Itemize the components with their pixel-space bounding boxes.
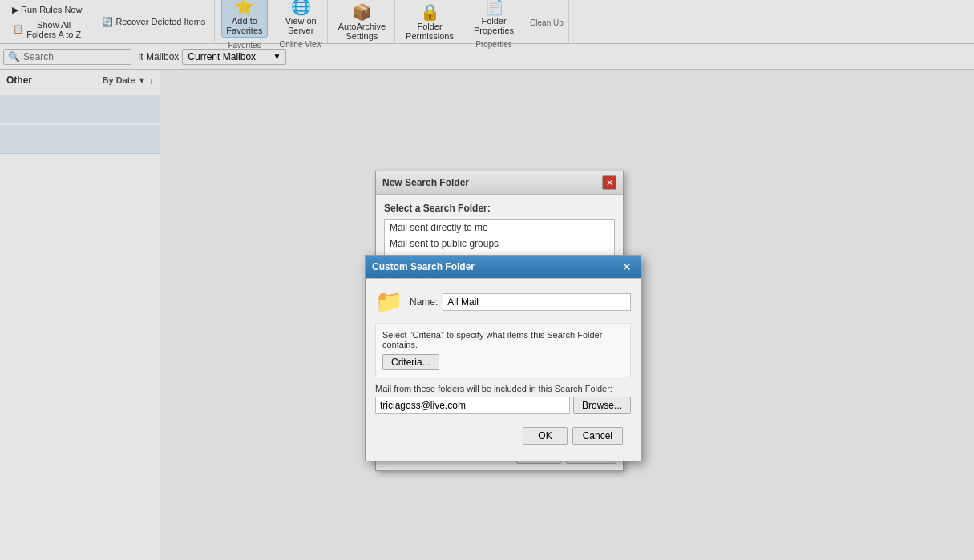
- folders-label: Mail from these folders will be included…: [375, 384, 631, 393]
- dialog-title: New Search Folder: [382, 177, 469, 188]
- folders-input[interactable]: [375, 397, 570, 414]
- folder-icon: 📁: [375, 288, 403, 315]
- select-folder-label: Select a Search Folder:: [384, 203, 615, 214]
- cancel-button[interactable]: Cancel: [572, 427, 623, 445]
- criteria-section: Select "Criteria" to specify what items …: [375, 323, 631, 377]
- custom-dialog-close-button[interactable]: ✕: [620, 260, 634, 274]
- custom-dialog-body: 📁 Name: Select "Criteria" to specify wha…: [366, 279, 641, 461]
- name-label: Name:: [410, 296, 438, 308]
- custom-dialog-title: Custom Search Folder: [372, 261, 475, 272]
- custom-search-folder-dialog: Custom Search Folder ✕ 📁 Name: Select "C…: [365, 255, 641, 461]
- name-input[interactable]: [443, 293, 631, 311]
- dialog-title-bar: New Search Folder ✕: [376, 171, 623, 195]
- ok-button[interactable]: OK: [523, 427, 567, 445]
- dialog-close-button[interactable]: ✕: [602, 175, 616, 190]
- list-item[interactable]: Mail sent directly to me: [385, 220, 614, 236]
- folders-section: Mail from these folders will be included…: [375, 384, 631, 414]
- list-item[interactable]: Mail sent to public groups: [385, 236, 614, 252]
- browse-button[interactable]: Browse...: [573, 397, 631, 414]
- criteria-description: Select "Criteria" to specify what items …: [382, 330, 624, 349]
- dialog-buttons: OK Cancel: [375, 421, 631, 451]
- folders-row: Browse...: [375, 397, 631, 414]
- criteria-button[interactable]: Criteria...: [382, 354, 439, 370]
- name-row: 📁 Name:: [375, 288, 631, 315]
- custom-dialog-title-bar: Custom Search Folder ✕: [366, 256, 641, 279]
